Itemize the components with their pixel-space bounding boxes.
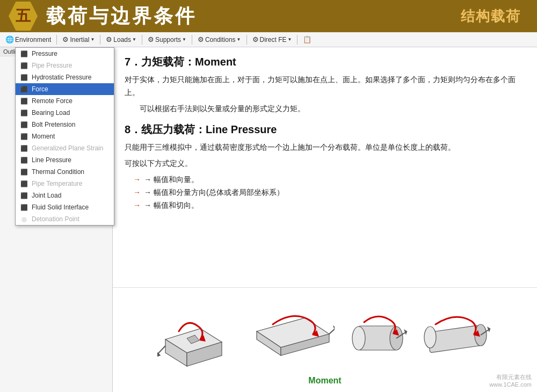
right-panel: 7．力矩载荷：Moment 对于实体，力矩只能施加在面上，对于面，力矩可以施加在… — [113, 47, 537, 392]
main-body: Outline ⬛ Pressure ⬛ Pipe Pressure ⬛ Hyd… — [0, 47, 537, 392]
menu-item-thermal-label: Thermal Condition — [32, 168, 84, 176]
pressure-icon: ⬛ — [20, 49, 28, 58]
menu-item-remote-force[interactable]: ⬛ Remote Force — [16, 95, 114, 107]
section8-para1: 只能用于三维模拟中，通过载荷密度形式给一个边上施加一个分布载荷。单位是单位长度上… — [125, 141, 525, 154]
toolbar-sep-2 — [100, 35, 100, 45]
inertial-icon: ⚙ — [62, 35, 69, 43]
pipe-temp-icon: ⬛ — [20, 179, 28, 188]
toolbar-environment[interactable]: 🌐 Environment — [2, 34, 54, 45]
toolbar-loads[interactable]: ⚙ Loads ▼ — [103, 34, 140, 45]
bearing-load-icon: ⬛ — [20, 108, 28, 117]
toolbar-sep-6 — [297, 35, 297, 45]
header-title: 载荷与边界条件 — [46, 3, 197, 30]
bullet-item-3: → → 幅值和切向。 — [125, 199, 525, 212]
menu-item-force[interactable]: ⬛ Force — [16, 83, 114, 95]
menu-item-pipe-pressure-label: Pipe Pressure — [32, 62, 72, 69]
toolbar-table[interactable]: 📋 — [300, 34, 315, 45]
directfe-dropdown-arrow: ▼ — [288, 37, 292, 42]
svg-line-5 — [157, 346, 165, 355]
toolbar-inertial-label: Inertial — [70, 36, 89, 43]
toolbar: 🌐 Environment ⚙ Inertial ▼ ⚙ Loads ▼ ⚙ S… — [0, 32, 537, 47]
environment-icon: 🌐 — [5, 35, 14, 43]
arrow-bullet-2: → — [133, 186, 141, 199]
bolt-pretension-icon: ⬛ — [20, 120, 28, 129]
menu-item-bearing-load[interactable]: ⬛ Bearing Load — [16, 107, 114, 119]
pipe-pressure-icon: ⬛ — [20, 61, 28, 70]
menu-item-fluid-solid[interactable]: ⬛ Fluid Solid Interface — [16, 201, 114, 213]
header: 五 载荷与边界条件 结构载荷 — [0, 0, 537, 32]
toolbar-supports[interactable]: ⚙ Supports ▼ — [144, 34, 190, 45]
left-panel: Outline ⬛ Pressure ⬛ Pipe Pressure ⬛ Hyd… — [0, 47, 113, 392]
bullet-text-2: → 幅值和分量方向(总体或者局部坐标系） — [144, 186, 284, 199]
conditions-icon: ⚙ — [198, 35, 204, 43]
conditions-dropdown-arrow: ▼ — [237, 37, 241, 42]
svg-point-13 — [352, 326, 365, 350]
menu-item-line-pressure[interactable]: ⬛ Line Pressure — [16, 154, 114, 166]
content-area: 7．力矩载荷：Moment 对于实体，力矩只能施加在面上，对于面，力矩可以施加在… — [113, 47, 537, 287]
menu-item-pipe-temp: ⬛ Pipe Temperature — [16, 178, 114, 190]
section8-para2: 可按以下方式定义。 — [125, 157, 525, 170]
menu-item-joint-load[interactable]: ⬛ Joint Load — [16, 190, 114, 201]
menu-item-moment[interactable]: ⬛ Moment — [16, 130, 114, 142]
bottom-illustration: Moment 有限元素在线 www.1CAE.com — [113, 287, 537, 392]
moment-icon: ⬛ — [20, 132, 28, 141]
moment-svg-1 — [157, 302, 241, 372]
force-icon: ⬛ — [20, 85, 28, 93]
table-icon: 📋 — [303, 35, 311, 43]
menu-item-fluid-solid-label: Fluid Solid Interface — [32, 204, 89, 211]
toolbar-sep-4 — [192, 35, 192, 45]
menu-item-moment-label: Moment — [32, 133, 55, 140]
bullet-item-2: → → 幅值和分量方向(总体或者局部坐标系） — [125, 186, 525, 199]
remote-force-icon: ⬛ — [20, 97, 28, 105]
toolbar-sep-5 — [246, 35, 247, 45]
toolbar-sep-1 — [56, 35, 57, 45]
menu-item-bolt-pretension-label: Bolt Pretension — [32, 121, 75, 128]
bullet-text-3: → 幅值和切向。 — [144, 199, 199, 212]
menu-item-remote-force-label: Remote Force — [32, 97, 72, 105]
directfe-icon: ⚙ — [252, 35, 259, 43]
arrow-bullet-1: → — [133, 173, 141, 186]
moment-label: Moment — [308, 376, 341, 386]
menu-item-force-label: Force — [32, 85, 48, 93]
toolbar-conditions-label: Conditions — [205, 36, 236, 43]
toolbar-inertial[interactable]: ⚙ Inertial ▼ — [59, 34, 98, 45]
menu-item-joint-load-label: Joint Load — [32, 192, 61, 199]
loads-dropdown-arrow: ▼ — [132, 37, 136, 42]
svg-point-19 — [424, 326, 436, 348]
toolbar-sep-3 — [142, 35, 142, 45]
svg-marker-17 — [404, 329, 407, 335]
menu-item-pressure[interactable]: ⬛ Pressure — [16, 48, 114, 60]
toolbar-conditions[interactable]: ⚙ Conditions ▼ — [194, 34, 244, 45]
supports-dropdown-arrow: ▼ — [182, 37, 186, 42]
generalized-icon: ⬛ — [20, 144, 28, 153]
menu-item-hydrostatic[interactable]: ⬛ Hydrostatic Pressure — [16, 71, 114, 83]
toolbar-supports-label: Supports — [155, 36, 181, 43]
toolbar-directfe[interactable]: ⚙ Direct FE ▼ — [249, 34, 295, 45]
line-pressure-icon: ⬛ — [20, 156, 28, 164]
header-badge: 五 — [9, 2, 38, 31]
menu-item-bolt-pretension[interactable]: ⬛ Bolt Pretension — [16, 119, 114, 130]
section7-heading: 7．力矩载荷：Moment — [125, 55, 525, 69]
toolbar-environment-label: Environment — [15, 36, 51, 43]
menu-item-generalized: ⬛ Generalized Plane Strain — [16, 142, 114, 154]
thermal-icon: ⬛ — [20, 168, 28, 176]
menu-item-pipe-pressure: ⬛ Pipe Pressure — [16, 60, 114, 71]
section7-para2: 可以根据右手法则以矢量或分量的形式定义力矩。 — [125, 103, 525, 115]
moment-svg-4 — [420, 302, 493, 372]
watermark-logo: 有限元素在线 — [489, 373, 532, 381]
section8-heading: 8．线压力载荷：Line Pressure — [125, 122, 525, 137]
loads-icon: ⚙ — [106, 35, 112, 43]
bullet-text-1: → 幅值和向量。 — [144, 173, 199, 186]
menu-item-pipe-temp-label: Pipe Temperature — [32, 180, 83, 187]
menu-item-pressure-label: Pressure — [32, 50, 57, 57]
menu-item-line-pressure-label: Line Pressure — [32, 156, 71, 164]
supports-icon: ⚙ — [148, 35, 154, 43]
illustration-row — [157, 302, 493, 372]
menu-item-detonation-label: Detonation Point — [32, 215, 79, 223]
menu-item-detonation: ◎ Detonation Point — [16, 213, 114, 225]
arrow-bullet-3: → — [133, 199, 141, 212]
menu-item-bearing-load-label: Bearing Load — [32, 109, 70, 117]
menu-item-thermal[interactable]: ⬛ Thermal Condition — [16, 166, 114, 178]
fluid-solid-icon: ⬛ — [20, 203, 28, 212]
moment-svg-2 — [251, 302, 335, 372]
